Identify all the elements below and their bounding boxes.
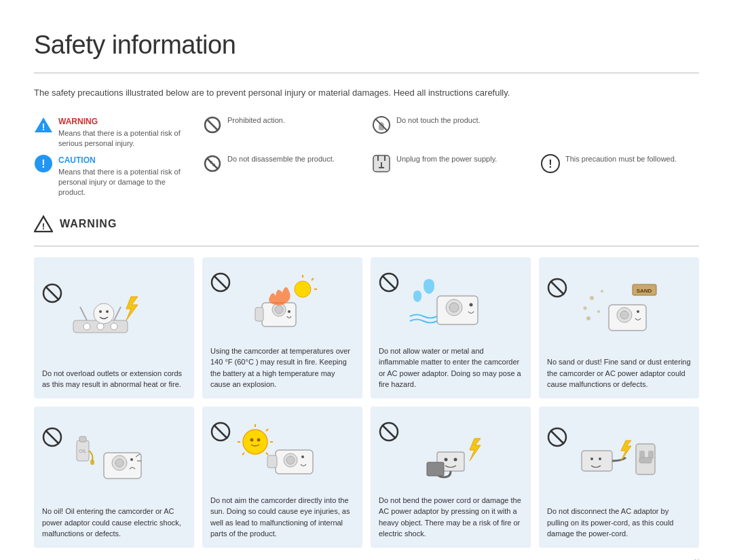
legend-item-warning: ! WARNING Means that there is a potentia… bbox=[34, 115, 192, 149]
svg-line-82 bbox=[266, 429, 268, 431]
must-follow-icon: ! bbox=[541, 154, 560, 173]
svg-point-96 bbox=[454, 458, 457, 461]
prohibited-description: Prohibited action. bbox=[227, 115, 285, 126]
svg-rect-10 bbox=[210, 161, 212, 164]
water-illustration-svg bbox=[403, 272, 491, 333]
svg-point-63 bbox=[586, 316, 590, 320]
must-follow-description: This precaution must be followed. bbox=[565, 154, 677, 164]
bend-illustration-svg bbox=[403, 422, 491, 483]
caution-description: Means that there is a potential risk of … bbox=[58, 167, 192, 198]
card-disconnect-text: Do not disconnect the AC adaptor by pull… bbox=[547, 506, 691, 540]
svg-line-93 bbox=[382, 425, 396, 438]
svg-line-77 bbox=[214, 425, 227, 438]
svg-point-41 bbox=[295, 281, 311, 297]
card-water-text: Do not allow water or metal and inflamma… bbox=[379, 346, 523, 390]
legend-item-must-follow: ! This precaution must be followed. bbox=[541, 154, 699, 198]
card-disconnect-illustration bbox=[547, 415, 691, 501]
legend-item-no-disassemble: Do not disassemble the product. bbox=[203, 154, 361, 198]
svg-line-65 bbox=[45, 430, 59, 444]
svg-line-35 bbox=[214, 276, 227, 289]
title-divider bbox=[34, 73, 699, 73]
svg-rect-11 bbox=[212, 164, 215, 166]
svg-rect-88 bbox=[267, 455, 277, 468]
svg-point-31 bbox=[99, 310, 102, 313]
legend-caution-text: CAUTION Means that there is a potential … bbox=[58, 154, 192, 198]
card-sand: SAND No sand or dust! Fine sand bbox=[539, 257, 699, 398]
warning-description: Means that there is a potential risk of … bbox=[58, 128, 192, 149]
cards-row-1: Do not overload outlets or extension cor… bbox=[34, 257, 699, 398]
legend-item-empty bbox=[541, 115, 699, 149]
svg-point-78 bbox=[243, 430, 267, 454]
oil-illustration-svg: OIL bbox=[67, 427, 155, 488]
svg-point-73 bbox=[130, 458, 133, 461]
warning-section-header: ! WARNING bbox=[34, 214, 699, 234]
card-sand-illustration: SAND bbox=[547, 265, 691, 352]
card-overload-text: Do not overload outlets or extension cor… bbox=[42, 368, 186, 390]
card-water: Do not allow water or metal and inflamma… bbox=[371, 257, 531, 398]
svg-point-107 bbox=[590, 458, 593, 460]
svg-point-95 bbox=[445, 458, 448, 461]
page-number: v bbox=[695, 557, 699, 560]
svg-text:!: ! bbox=[41, 158, 45, 170]
warning-section-divider bbox=[34, 246, 699, 246]
svg-line-46 bbox=[382, 276, 396, 289]
no-touch-description: Do not touch the product. bbox=[396, 115, 481, 126]
caution-label: CAUTION bbox=[58, 155, 96, 165]
disconnect-illustration-svg bbox=[571, 427, 660, 488]
svg-point-25 bbox=[97, 323, 104, 330]
svg-rect-105 bbox=[639, 458, 652, 463]
card-sun-text: Do not aim the camcorder directly into t… bbox=[210, 495, 354, 540]
card-sun: Do not aim the camcorder directly into t… bbox=[202, 407, 362, 548]
card-temperature: Using the camcorder at temperatures over… bbox=[202, 257, 362, 398]
no-disassemble-icon bbox=[203, 154, 222, 173]
legend-no-touch-text: Do not touch the product. bbox=[396, 115, 481, 126]
svg-point-58 bbox=[637, 310, 639, 313]
svg-line-29 bbox=[114, 307, 121, 320]
warning-section-title: WARNING bbox=[60, 217, 117, 231]
card-overload: Do not overload outlets or extension cor… bbox=[34, 257, 194, 398]
svg-point-59 bbox=[590, 296, 594, 300]
card-bend: Do not bend the power cord or damage the… bbox=[371, 407, 531, 548]
svg-line-43 bbox=[312, 278, 314, 280]
svg-point-32 bbox=[106, 310, 109, 313]
legend-must-follow-text: This precaution must be followed. bbox=[565, 154, 677, 164]
caution-icon: ! bbox=[34, 154, 53, 173]
warning-section-icon: ! bbox=[34, 214, 53, 234]
legend-item-caution: ! CAUTION Means that there is a potentia… bbox=[34, 154, 192, 198]
card-oil-illustration: OIL bbox=[42, 415, 186, 501]
card-bend-text: Do not bend the power cord or damage the… bbox=[379, 495, 523, 540]
card-oil: OIL No oil! Oil entering the cam bbox=[34, 407, 194, 548]
svg-text:OIL: OIL bbox=[79, 449, 86, 453]
card-temperature-text: Using the camcorder at temperatures over… bbox=[210, 346, 354, 390]
svg-line-100 bbox=[550, 430, 564, 444]
svg-marker-33 bbox=[126, 297, 138, 320]
svg-line-22 bbox=[45, 286, 59, 300]
card-oil-text: No oil! Oil entering the camcorder or AC… bbox=[42, 506, 186, 540]
svg-rect-37 bbox=[255, 307, 263, 321]
svg-point-40 bbox=[288, 310, 290, 313]
svg-text:!: ! bbox=[42, 221, 45, 231]
no-touch-icon bbox=[372, 115, 391, 134]
overload-illustration-svg bbox=[67, 283, 155, 344]
legend-grid: ! WARNING Means that there is a potentia… bbox=[34, 115, 699, 198]
svg-point-69 bbox=[90, 460, 94, 465]
page-number-area: v bbox=[34, 556, 699, 560]
card-sand-text: No sand or dust! Fine sand or dust enter… bbox=[547, 356, 691, 390]
svg-point-72 bbox=[115, 459, 124, 467]
prohibited-icon bbox=[203, 115, 222, 134]
card-bend-illustration bbox=[379, 415, 523, 489]
svg-point-79 bbox=[250, 438, 254, 441]
card-water-illustration bbox=[379, 265, 523, 340]
svg-line-52 bbox=[550, 281, 564, 295]
legend-item-unplug: Unplug from the power supply. bbox=[372, 154, 530, 198]
svg-point-57 bbox=[620, 311, 628, 319]
unplug-icon bbox=[372, 154, 391, 173]
legend-warning-text: WARNING Means that there is a potential … bbox=[58, 115, 192, 149]
svg-point-61 bbox=[584, 306, 587, 310]
svg-point-50 bbox=[470, 303, 473, 306]
svg-marker-98 bbox=[470, 438, 481, 461]
card-disconnect: Do not disconnect the AC adaptor by pull… bbox=[539, 407, 699, 548]
card-sun-illustration bbox=[210, 415, 354, 489]
svg-line-27 bbox=[80, 307, 87, 320]
svg-point-26 bbox=[111, 323, 117, 330]
